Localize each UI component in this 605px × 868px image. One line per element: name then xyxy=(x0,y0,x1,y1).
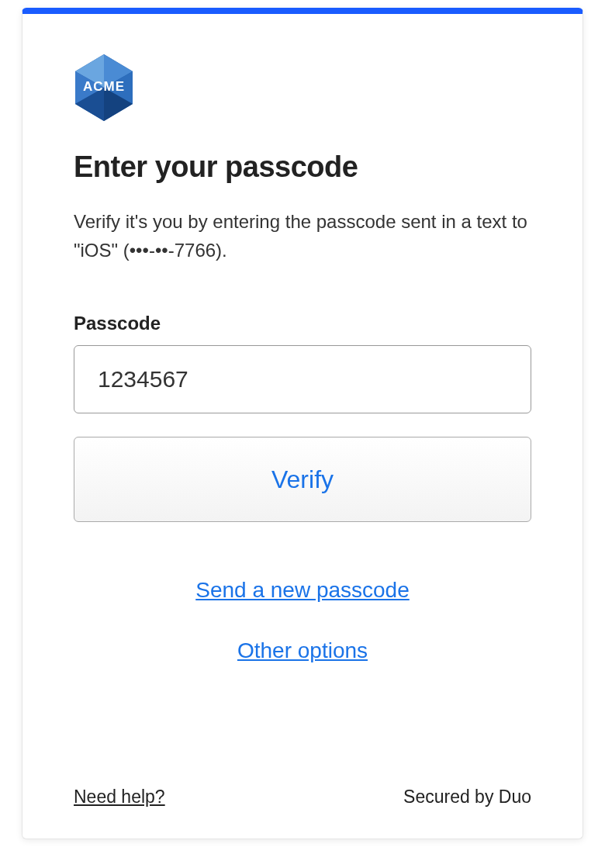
other-options-link[interactable]: Other options xyxy=(237,638,368,663)
footer: Need help? Secured by Duo xyxy=(74,756,531,807)
page-title: Enter your passcode xyxy=(74,150,531,184)
acme-logo: ACME xyxy=(74,53,134,123)
logo-text: ACME xyxy=(83,79,125,95)
passcode-input[interactable] xyxy=(74,345,531,413)
passcode-label: Passcode xyxy=(74,313,531,334)
logo-container: ACME xyxy=(74,53,531,123)
secured-by-label: Secured by Duo xyxy=(403,787,531,807)
instruction-text: Verify it's you by entering the passcode… xyxy=(74,207,531,265)
verify-button[interactable]: Verify xyxy=(74,437,531,522)
auth-card: ACME Enter your passcode Verify it's you… xyxy=(22,8,583,839)
need-help-link[interactable]: Need help? xyxy=(74,787,165,807)
resend-passcode-link[interactable]: Send a new passcode xyxy=(195,578,410,603)
secondary-links: Send a new passcode Other options xyxy=(74,578,531,663)
